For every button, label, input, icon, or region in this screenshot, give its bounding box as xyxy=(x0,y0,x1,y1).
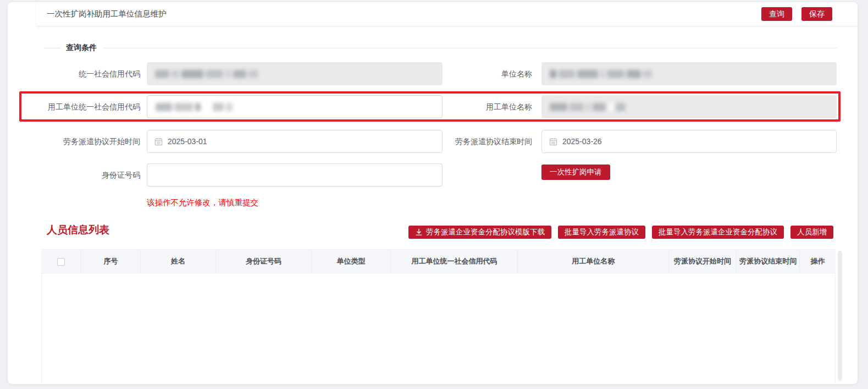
col-name: 姓名 xyxy=(141,250,216,273)
id-number-input[interactable] xyxy=(147,163,443,187)
employer-name-field xyxy=(541,95,837,118)
col-id-number: 身份证号码 xyxy=(216,250,311,273)
credit-code-label: 统一社会信用代码 xyxy=(14,62,140,85)
screen: 一次性扩岗补助用工单位信息维护 查询 保存 查询条件 统一社会信用代码 单位名称… xyxy=(0,0,868,389)
batch-import-dispatch-agreement-button[interactable]: 批量导入劳务派遣协议 xyxy=(558,226,645,239)
dispatch-end-value: 2025-03-26 xyxy=(562,137,602,146)
dispatch-start-value: 2025-03-01 xyxy=(168,137,207,146)
redacted-value-mask xyxy=(147,96,442,118)
credit-code-field xyxy=(147,62,443,85)
col-actions: 操作 xyxy=(800,250,836,273)
personnel-list-actions: 劳务派遣企业资金分配协议模版下载 批量导入劳务派遣协议 批量导入劳务派遣企业资金… xyxy=(408,226,833,239)
personnel-list-title: 人员信息列表 xyxy=(47,223,109,237)
col-agreement-end: 劳派协议结束时间 xyxy=(736,250,800,273)
divider-line-left xyxy=(44,48,60,48)
table-scrollbar[interactable] xyxy=(838,251,842,381)
one-time-expansion-apply-button[interactable]: 一次性扩岗申请 xyxy=(541,165,610,180)
calendar-icon xyxy=(154,138,163,146)
redacted-value-mask xyxy=(541,95,837,118)
select-all-header xyxy=(41,250,81,273)
header-actions: 查询 保存 xyxy=(761,7,858,21)
template-download-button[interactable]: 劳务派遣企业资金分配协议模版下载 xyxy=(408,226,551,239)
employer-credit-code-input[interactable] xyxy=(147,95,443,118)
query-section-header: 查询条件 xyxy=(44,43,837,53)
select-all-checkbox[interactable] xyxy=(57,258,65,266)
unit-name-field xyxy=(541,62,837,85)
col-employer-credit-code: 用工单位统一社会信用代码 xyxy=(391,250,518,273)
query-section-title: 查询条件 xyxy=(66,43,97,53)
col-employer-name: 用工单位名称 xyxy=(518,250,669,273)
col-seq: 序号 xyxy=(81,250,140,273)
save-button[interactable]: 保存 xyxy=(801,7,832,21)
add-person-button[interactable]: 人员新增 xyxy=(790,226,833,239)
redacted-value-mask xyxy=(147,62,443,85)
page-header: 一次性扩岗补助用工单位信息维护 查询 保存 xyxy=(36,2,858,26)
dispatch-start-date-input[interactable]: 2025-03-01 xyxy=(147,130,443,153)
query-button[interactable]: 查询 xyxy=(761,7,792,21)
batch-import-fund-allocation-button[interactable]: 批量导入劳务派遣企业资金分配协议 xyxy=(652,226,784,239)
col-unit-type: 单位类型 xyxy=(311,250,391,273)
personnel-table: 序号 姓名 身份证号码 单位类型 用工单位统一社会信用代码 用工单位名称 劳派协… xyxy=(41,249,836,383)
no-modify-warning-text: 该操作不允许修改，请慎重提交 xyxy=(147,198,258,208)
id-number-label: 身份证号码 xyxy=(14,163,140,187)
col-agreement-start: 劳派协议开始时间 xyxy=(669,250,737,273)
divider-line-right xyxy=(103,48,837,48)
table-header-row: 序号 姓名 身份证号码 单位类型 用工单位统一社会信用代码 用工单位名称 劳派协… xyxy=(41,250,836,273)
dispatch-end-date-input[interactable]: 2025-03-26 xyxy=(541,130,837,153)
dispatch-start-label: 劳务派遣协议开始时间 xyxy=(14,130,140,153)
redacted-value-mask xyxy=(541,62,837,85)
page-title: 一次性扩岗补助用工单位信息维护 xyxy=(47,9,167,19)
download-icon xyxy=(415,228,423,236)
employer-name-label: 用工单位名称 xyxy=(407,95,532,118)
employer-credit-code-label: 用工单位统一社会信用代码 xyxy=(14,95,140,118)
dispatch-end-label: 劳务派遣协议结束时间 xyxy=(407,130,532,153)
template-download-label: 劳务派遣企业资金分配协议模版下载 xyxy=(426,227,545,237)
table-empty-body xyxy=(41,273,836,383)
calendar-icon xyxy=(549,138,557,146)
unit-name-label: 单位名称 xyxy=(407,62,532,85)
